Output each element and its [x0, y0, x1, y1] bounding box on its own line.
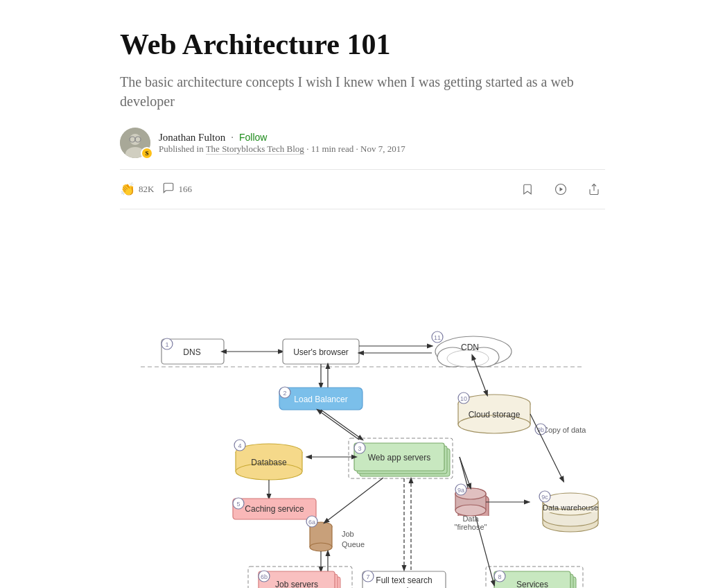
svg-text:5: 5 — [236, 501, 240, 508]
svg-text:6a: 6a — [308, 519, 315, 526]
article-title: Web Architecture 101 — [120, 28, 605, 61]
svg-text:11: 11 — [434, 334, 441, 341]
play-icon — [554, 183, 567, 196]
comment-count: 166 — [178, 184, 192, 195]
svg-text:Web app servers: Web app servers — [368, 453, 431, 462]
svg-text:Data: Data — [462, 514, 479, 523]
svg-text:DNS: DNS — [183, 347, 200, 357]
svg-text:7: 7 — [366, 573, 369, 580]
svg-text:1: 1 — [165, 341, 168, 348]
svg-text:Database: Database — [251, 458, 287, 467]
follow-button[interactable]: Follow — [239, 132, 267, 143]
bookmark-button[interactable] — [516, 178, 539, 200]
svg-text:Full text search: Full text search — [376, 576, 432, 585]
stats-right — [516, 178, 605, 200]
svg-point-59 — [310, 543, 332, 551]
svg-text:9a: 9a — [457, 487, 464, 494]
svg-text:Data warehouse: Data warehouse — [543, 503, 598, 512]
svg-text:10: 10 — [460, 395, 467, 402]
clap-stat[interactable]: 👏 82K — [120, 182, 154, 197]
svg-text:User's browser: User's browser — [293, 347, 349, 357]
stats-row: 👏 82K 166 — [120, 169, 605, 209]
clap-icon: 👏 — [120, 182, 135, 197]
svg-text:Services: Services — [516, 580, 548, 588]
svg-line-133 — [530, 414, 564, 481]
share-icon — [588, 183, 600, 196]
architecture-diagram: DNS 1 User's browser CDN 11 — [120, 232, 605, 588]
share-button[interactable] — [583, 178, 605, 200]
svg-text:Queue: Queue — [342, 540, 365, 548]
avatar-wrapper: S — [120, 128, 150, 158]
read-time: 11 min read — [311, 144, 354, 154]
dot-separator: · — [231, 132, 234, 144]
svg-text:CDN: CDN — [461, 343, 479, 352]
svg-line-33 — [317, 410, 359, 440]
publish-date: Nov 7, 2017 — [360, 144, 405, 154]
publication-badge: S — [141, 147, 153, 159]
stats-left: 👏 82K 166 — [120, 182, 505, 197]
svg-text:Load Balancer: Load Balancer — [294, 395, 347, 404]
svg-text:6b: 6b — [261, 573, 268, 580]
svg-text:4: 4 — [238, 442, 241, 449]
comment-stat[interactable]: 166 — [162, 182, 192, 197]
article-subtitle: The basic architecture concepts I wish I… — [120, 72, 605, 111]
clap-count: 82K — [139, 184, 154, 195]
bookmark-icon — [521, 183, 534, 196]
svg-line-64 — [324, 478, 383, 523]
svg-point-22 — [447, 350, 489, 367]
svg-text:Copy of data: Copy of data — [543, 426, 586, 434]
svg-text:2: 2 — [283, 390, 286, 397]
svg-marker-7 — [560, 187, 564, 191]
svg-line-32 — [321, 410, 362, 440]
publication-link[interactable]: The Storyblocks Tech Blog — [206, 144, 304, 155]
svg-text:Job: Job — [342, 530, 354, 538]
svg-text:Cloud storage: Cloud storage — [469, 410, 521, 420]
svg-line-103 — [460, 457, 471, 488]
svg-text:Job servers: Job servers — [275, 580, 318, 588]
author-name: Jonathan Fulton — [159, 132, 225, 144]
svg-text:8: 8 — [498, 573, 501, 580]
author-row: S Jonathan Fulton · Follow Published in … — [120, 128, 605, 158]
svg-text:"firehose": "firehose" — [455, 523, 487, 531]
author-details: Published in The Storyblocks Tech Blog ·… — [159, 144, 405, 155]
diagram-container: DNS 1 User's browser CDN 11 — [120, 232, 605, 588]
svg-text:3: 3 — [358, 445, 361, 452]
svg-text:9c: 9c — [541, 494, 548, 501]
author-meta: Jonathan Fulton · Follow Published in Th… — [159, 132, 405, 155]
comment-icon — [162, 182, 175, 197]
play-button[interactable] — [550, 178, 572, 200]
svg-text:Caching service: Caching service — [245, 504, 304, 514]
